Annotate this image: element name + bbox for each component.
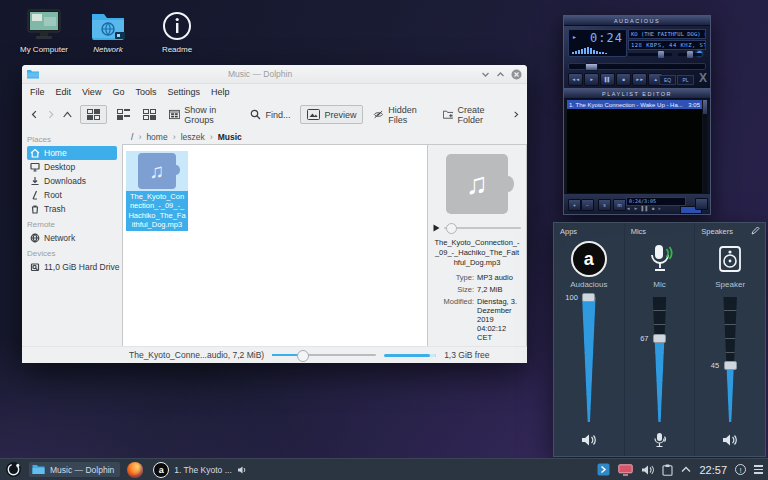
audacious-main-window[interactable]: AUDACIOUS ► 0:24 KO (THE FAITHFUL DOG) (… (563, 15, 711, 90)
places-item-hard-drive[interactable]: 11,0 GiB Hard Drive (27, 260, 117, 274)
speaker-slider-handle[interactable] (724, 361, 737, 370)
playlist-select-button[interactable]: s (598, 199, 611, 211)
volume-slider[interactable] (628, 53, 672, 56)
previous-button[interactable]: ◄◄ (568, 73, 583, 86)
edit-icon[interactable] (751, 226, 760, 235)
forward-button[interactable] (46, 109, 55, 120)
mic-item-label: Mic (625, 280, 695, 289)
menu-help[interactable]: Help (211, 87, 230, 97)
application-launcher-button[interactable] (5, 461, 22, 478)
firefox-task-icon[interactable] (127, 462, 143, 478)
kde-connect-tray-icon[interactable] (597, 463, 610, 476)
audacious-titlebar[interactable]: AUDACIOUS (564, 16, 710, 26)
notifications-tray-icon[interactable]: ! (735, 464, 746, 475)
close-button[interactable] (511, 69, 522, 80)
mic-mute-button[interactable] (625, 432, 695, 448)
song-title-marquee: KO (THE FAITHFUL DOG) (3:05) (628, 29, 706, 39)
clipboard-tray-icon[interactable] (662, 464, 673, 476)
pause-button[interactable]: ▌▌ (600, 73, 615, 86)
places-item-trash[interactable]: Trash (27, 202, 117, 216)
places-item-desktop[interactable]: Desktop (27, 160, 117, 174)
preview-seek-slider[interactable] (444, 227, 521, 229)
speaker-item-label: Speaker (695, 280, 765, 289)
playlist-add-button[interactable]: + (568, 199, 581, 211)
minimize-button[interactable] (481, 70, 490, 79)
taskbar-task-audacious[interactable]: a 1. The Kyoto ... (150, 460, 253, 480)
playlist-remove-button[interactable]: − (581, 199, 594, 211)
breadcrumb-user[interactable]: leszek (181, 132, 205, 142)
dolphin-titlebar[interactable]: Music — Dolphin (22, 65, 527, 84)
details-view-button[interactable] (140, 107, 159, 122)
playlist-misc-button[interactable]: m (613, 199, 626, 211)
mic-slider-handle[interactable] (653, 334, 666, 343)
playlist-scrollbar-handle[interactable] (703, 100, 707, 114)
audacious-volume-slider[interactable]: 100 (554, 297, 624, 422)
menu-settings[interactable]: Settings (167, 87, 200, 97)
playlist-editor-window[interactable]: PLAYLIST EDITOR 1. The Kyoto Connection … (563, 88, 711, 215)
file-view[interactable]: ♫ The_Kyoto_Connection_-_09_-_Hachiko_Th… (122, 144, 428, 347)
speaker-volume-value: 45 (711, 361, 719, 370)
menu-file[interactable]: File (30, 87, 45, 97)
mic-volume-slider[interactable]: 67 (625, 297, 695, 422)
playlist-toggle-button[interactable]: PL (677, 75, 694, 85)
menu-view[interactable]: View (82, 87, 101, 97)
zoom-slider-handle[interactable] (297, 350, 309, 362)
menu-go[interactable]: Go (112, 87, 124, 97)
places-item-network[interactable]: Network (27, 231, 117, 245)
playlist-mini-controls[interactable]: ◄ ► ▌▌ ■ » (626, 206, 662, 211)
balance-slider[interactable] (678, 53, 702, 56)
menu-tools[interactable]: Tools (135, 87, 156, 97)
app-launcher-icon (5, 461, 22, 478)
panel-menu-icon[interactable] (754, 465, 763, 474)
digital-clock[interactable]: 22:57 (699, 464, 727, 476)
playlist-list[interactable]: 1. The Kyoto Connection - Wake Up - Ha..… (567, 100, 702, 193)
hidden-files-button[interactable]: Hidden Files (370, 103, 432, 127)
preview-button[interactable]: Preview (300, 105, 363, 124)
status-bar: The_Kyoto_Conne...audio, 7,2 MiB) 1,3 Gi… (22, 346, 527, 363)
eq-toggle-button[interactable]: EQ (659, 75, 676, 85)
home-icon (30, 148, 40, 158)
hard-drive-icon (30, 262, 40, 272)
desktop-icon-network[interactable]: Network (76, 6, 140, 54)
stop-button[interactable]: ■ (616, 73, 631, 86)
find-button[interactable]: Find... (247, 107, 293, 122)
breadcrumb-current[interactable]: Music (218, 132, 242, 142)
menu-edit[interactable]: Edit (56, 87, 72, 97)
places-item-downloads[interactable]: Downloads (27, 174, 117, 188)
next-button[interactable]: ►► (632, 73, 647, 86)
file-item-mp3[interactable]: ♫ The_Kyoto_Connection_-_09_-_Hachiko_Th… (126, 151, 188, 231)
playlist-titlebar[interactable]: PLAYLIST EDITOR (564, 89, 710, 99)
toolbar-overflow-icon[interactable] (513, 110, 519, 119)
seek-bar[interactable] (568, 63, 706, 70)
playlist-entry[interactable]: 1. The Kyoto Connection - Wake Up - Ha..… (567, 100, 702, 109)
seek-handle[interactable] (585, 63, 598, 71)
playlist-list-button[interactable] (695, 198, 708, 210)
maximize-button[interactable] (496, 70, 505, 79)
places-item-root[interactable]: Root (27, 188, 117, 202)
up-button[interactable] (62, 109, 73, 120)
desktop-icon-my-computer[interactable]: My Computer (12, 6, 76, 54)
show-in-groups-button[interactable]: Show in Groups (166, 103, 240, 127)
apps-slider-handle[interactable] (582, 293, 595, 302)
volume-tray-icon[interactable] (641, 464, 654, 476)
taskbar: Music — Dolphin a 1. The Kyoto ... 22:57… (0, 458, 768, 480)
breadcrumb-home[interactable]: home (146, 132, 167, 142)
taskbar-task-dolphin[interactable]: Music — Dolphin (29, 462, 120, 477)
places-item-home[interactable]: Home (27, 146, 117, 160)
desktop-icon-readme[interactable]: Readme (145, 6, 209, 54)
play-button[interactable]: ► (584, 73, 599, 86)
icons-view-button[interactable] (80, 105, 107, 124)
compact-view-button[interactable] (114, 107, 133, 122)
preview-play-button[interactable] (433, 224, 440, 232)
zoom-slider[interactable] (272, 354, 376, 356)
back-button[interactable] (30, 109, 39, 120)
speaker-mute-button[interactable] (695, 432, 765, 448)
screen-share-tray-icon[interactable] (618, 464, 633, 476)
preview-label: Preview (324, 110, 356, 120)
create-folder-button[interactable]: Create Folder (440, 103, 506, 127)
apps-mute-button[interactable] (554, 432, 624, 448)
tray-expander-icon[interactable] (681, 466, 691, 473)
breadcrumb-root[interactable]: / (131, 132, 133, 142)
playlist-scrollbar[interactable] (703, 100, 707, 193)
speaker-volume-slider[interactable]: 45 (695, 297, 765, 422)
